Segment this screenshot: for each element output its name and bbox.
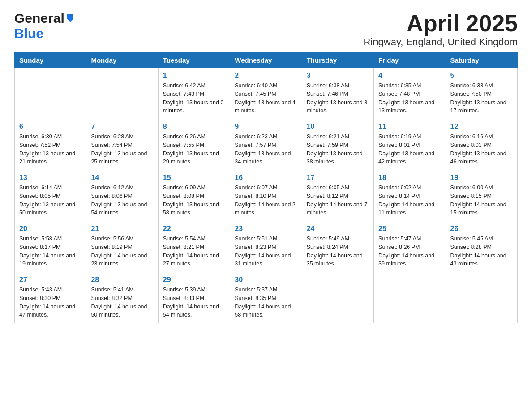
day-number: 25 — [378, 225, 441, 233]
day-info: Sunrise: 6:05 AMSunset: 8:12 PMDaylight:… — [307, 184, 369, 217]
day-number: 20 — [19, 225, 82, 233]
calendar-day-header: Saturday — [446, 53, 517, 68]
calendar-cell: 27Sunrise: 5:43 AMSunset: 8:30 PMDayligh… — [15, 272, 86, 323]
calendar-cell: 19Sunrise: 6:00 AMSunset: 8:15 PMDayligh… — [446, 170, 517, 221]
calendar-day-header: Wednesday — [230, 53, 302, 68]
page-title: April 2025 — [364, 11, 518, 36]
calendar-cell: 6Sunrise: 6:30 AMSunset: 7:52 PMDaylight… — [15, 119, 86, 170]
calendar-cell: 21Sunrise: 5:56 AMSunset: 8:19 PMDayligh… — [86, 221, 158, 272]
calendar-cell: 3Sunrise: 6:38 AMSunset: 7:46 PMDaylight… — [302, 68, 373, 119]
calendar-cell: 8Sunrise: 6:26 AMSunset: 7:55 PMDaylight… — [158, 119, 230, 170]
calendar-cell: 2Sunrise: 6:40 AMSunset: 7:45 PMDaylight… — [230, 68, 302, 119]
day-info: Sunrise: 5:54 AMSunset: 8:21 PMDaylight:… — [163, 235, 225, 268]
day-number: 5 — [450, 72, 513, 80]
calendar-day-header: Monday — [86, 53, 158, 68]
day-info: Sunrise: 5:39 AMSunset: 8:33 PMDaylight:… — [163, 286, 225, 319]
logo-blue-text: Blue — [14, 26, 43, 41]
day-info: Sunrise: 5:37 AMSunset: 8:35 PMDaylight:… — [235, 286, 297, 319]
page-subtitle: Ringway, England, United Kingdom — [364, 36, 518, 48]
day-info: Sunrise: 6:16 AMSunset: 8:03 PMDaylight:… — [450, 133, 513, 166]
day-info: Sunrise: 6:42 AMSunset: 7:43 PMDaylight:… — [163, 81, 225, 115]
calendar-cell: 30Sunrise: 5:37 AMSunset: 8:35 PMDayligh… — [230, 272, 302, 323]
day-info: Sunrise: 6:40 AMSunset: 7:45 PMDaylight:… — [235, 81, 297, 115]
calendar-cell: 4Sunrise: 6:35 AMSunset: 7:48 PMDaylight… — [374, 68, 446, 119]
day-info: Sunrise: 6:09 AMSunset: 8:08 PMDaylight:… — [163, 184, 225, 217]
calendar-week-row: 1Sunrise: 6:42 AMSunset: 7:43 PMDaylight… — [15, 68, 518, 119]
calendar-table: SundayMondayTuesdayWednesdayThursdayFrid… — [14, 52, 518, 323]
day-number: 15 — [163, 174, 225, 182]
day-number: 12 — [450, 123, 513, 131]
day-number: 2 — [235, 72, 297, 80]
day-info: Sunrise: 5:49 AMSunset: 8:24 PMDaylight:… — [307, 235, 369, 268]
calendar-cell: 9Sunrise: 6:23 AMSunset: 7:57 PMDaylight… — [230, 119, 302, 170]
calendar-cell: 18Sunrise: 6:02 AMSunset: 8:14 PMDayligh… — [374, 170, 446, 221]
calendar-cell: 12Sunrise: 6:16 AMSunset: 8:03 PMDayligh… — [446, 119, 517, 170]
day-info: Sunrise: 6:19 AMSunset: 8:01 PMDaylight:… — [378, 133, 441, 166]
day-number: 21 — [91, 225, 153, 233]
day-info: Sunrise: 5:58 AMSunset: 8:17 PMDaylight:… — [19, 235, 82, 268]
day-info: Sunrise: 5:41 AMSunset: 8:32 PMDaylight:… — [91, 286, 153, 319]
day-number: 3 — [307, 72, 369, 80]
day-number: 18 — [378, 174, 441, 182]
calendar-cell: 10Sunrise: 6:21 AMSunset: 7:59 PMDayligh… — [302, 119, 373, 170]
calendar-week-row: 27Sunrise: 5:43 AMSunset: 8:30 PMDayligh… — [15, 272, 518, 323]
day-number: 27 — [19, 276, 82, 284]
day-number: 17 — [307, 174, 369, 182]
day-number: 6 — [19, 123, 82, 131]
calendar-day-header: Tuesday — [158, 53, 230, 68]
calendar-cell: 29Sunrise: 5:39 AMSunset: 8:33 PMDayligh… — [158, 272, 230, 323]
day-info: Sunrise: 5:45 AMSunset: 8:28 PMDaylight:… — [450, 235, 513, 268]
calendar-cell: 11Sunrise: 6:19 AMSunset: 8:01 PMDayligh… — [374, 119, 446, 170]
day-number: 10 — [307, 123, 369, 131]
day-number: 11 — [378, 123, 441, 131]
calendar-cell: 22Sunrise: 5:54 AMSunset: 8:21 PMDayligh… — [158, 221, 230, 272]
day-number: 29 — [163, 276, 225, 284]
calendar-cell: 17Sunrise: 6:05 AMSunset: 8:12 PMDayligh… — [302, 170, 373, 221]
calendar-cell — [374, 272, 446, 323]
logo-arrow-icon — [65, 13, 75, 24]
calendar-week-row: 6Sunrise: 6:30 AMSunset: 7:52 PMDaylight… — [15, 119, 518, 170]
day-info: Sunrise: 6:38 AMSunset: 7:46 PMDaylight:… — [307, 81, 369, 115]
day-info: Sunrise: 6:33 AMSunset: 7:50 PMDaylight:… — [450, 81, 513, 115]
calendar-cell: 7Sunrise: 6:28 AMSunset: 7:54 PMDaylight… — [86, 119, 158, 170]
day-number: 30 — [235, 276, 297, 284]
calendar-cell — [446, 272, 517, 323]
day-info: Sunrise: 5:56 AMSunset: 8:19 PMDaylight:… — [91, 235, 153, 268]
calendar-cell: 14Sunrise: 6:12 AMSunset: 8:06 PMDayligh… — [86, 170, 158, 221]
calendar-cell — [15, 68, 86, 119]
day-info: Sunrise: 6:02 AMSunset: 8:14 PMDaylight:… — [378, 184, 441, 217]
day-info: Sunrise: 6:12 AMSunset: 8:06 PMDaylight:… — [91, 184, 153, 217]
day-number: 19 — [450, 174, 513, 182]
calendar-cell: 13Sunrise: 6:14 AMSunset: 8:05 PMDayligh… — [15, 170, 86, 221]
calendar-cell: 26Sunrise: 5:45 AMSunset: 8:28 PMDayligh… — [446, 221, 517, 272]
day-number: 28 — [91, 276, 153, 284]
day-number: 9 — [235, 123, 297, 131]
title-section: April 2025 Ringway, England, United King… — [364, 11, 518, 48]
day-info: Sunrise: 6:23 AMSunset: 7:57 PMDaylight:… — [235, 133, 297, 166]
calendar-cell: 16Sunrise: 6:07 AMSunset: 8:10 PMDayligh… — [230, 170, 302, 221]
logo: General Blue — [14, 11, 75, 41]
calendar-cell: 23Sunrise: 5:51 AMSunset: 8:23 PMDayligh… — [230, 221, 302, 272]
calendar-cell: 20Sunrise: 5:58 AMSunset: 8:17 PMDayligh… — [15, 221, 86, 272]
calendar-cell: 5Sunrise: 6:33 AMSunset: 7:50 PMDaylight… — [446, 68, 517, 119]
calendar-cell — [302, 272, 373, 323]
logo-general-text: General — [14, 11, 64, 26]
day-number: 14 — [91, 174, 153, 182]
day-number: 22 — [163, 225, 225, 233]
calendar-cell: 25Sunrise: 5:47 AMSunset: 8:26 PMDayligh… — [374, 221, 446, 272]
day-info: Sunrise: 6:21 AMSunset: 7:59 PMDaylight:… — [307, 133, 369, 166]
day-info: Sunrise: 6:26 AMSunset: 7:55 PMDaylight:… — [163, 133, 225, 166]
day-info: Sunrise: 6:00 AMSunset: 8:15 PMDaylight:… — [450, 184, 513, 217]
calendar-header-row: SundayMondayTuesdayWednesdayThursdayFrid… — [15, 53, 518, 68]
day-number: 26 — [450, 225, 513, 233]
day-number: 13 — [19, 174, 82, 182]
day-info: Sunrise: 6:14 AMSunset: 8:05 PMDaylight:… — [19, 184, 82, 217]
day-number: 16 — [235, 174, 297, 182]
day-number: 7 — [91, 123, 153, 131]
day-number: 24 — [307, 225, 369, 233]
day-info: Sunrise: 5:47 AMSunset: 8:26 PMDaylight:… — [378, 235, 441, 268]
day-info: Sunrise: 6:35 AMSunset: 7:48 PMDaylight:… — [378, 81, 441, 115]
day-number: 4 — [378, 72, 441, 80]
calendar-cell: 24Sunrise: 5:49 AMSunset: 8:24 PMDayligh… — [302, 221, 373, 272]
calendar-day-header: Friday — [374, 53, 446, 68]
